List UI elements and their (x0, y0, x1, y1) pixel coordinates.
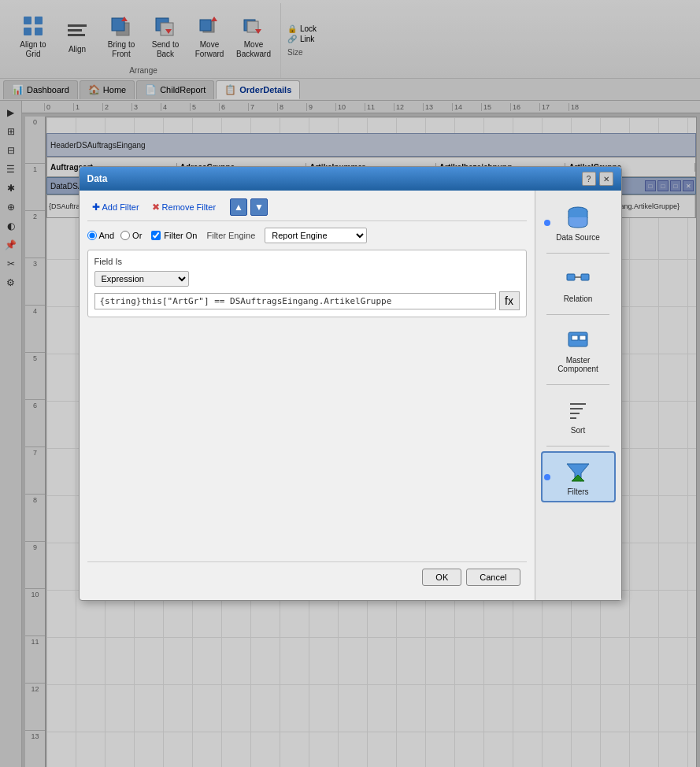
sidebar-div-0 (546, 253, 610, 254)
sidebar-item-filters[interactable]: Filters (541, 451, 616, 502)
dialog-controls: ? ✕ (582, 172, 613, 186)
sort-icon (564, 396, 592, 424)
svg-rect-24 (572, 335, 578, 340)
filter-on-label: Filter On (164, 231, 197, 240)
and-radio-label[interactable]: And (87, 231, 115, 240)
relation-icon (564, 265, 592, 293)
dialog-footer: OK Cancel (87, 561, 527, 592)
master-component-label: Master Component (546, 356, 611, 373)
remove-filter-label: Remove Filter (162, 202, 216, 212)
filter-options-row: And Or Filter On Filter Engine Report En… (87, 228, 527, 243)
dialog-overlay: Data ? ✕ ✚ Add Filter ✖ Remove Filter (0, 0, 700, 767)
svg-rect-25 (580, 335, 586, 340)
data-source-icon (564, 203, 592, 232)
dialog-close-button[interactable]: ✕ (599, 172, 613, 186)
filter-on-checkbox[interactable] (151, 231, 161, 240)
dialog-titlebar: Data ? ✕ (80, 167, 621, 191)
dialog-title: Data (87, 173, 108, 184)
sidebar-div-2 (546, 384, 610, 385)
or-label: Or (132, 231, 142, 240)
svg-rect-20 (567, 274, 575, 280)
filter-engine-select[interactable]: Report Engine Native (265, 228, 367, 243)
dialog-body: ✚ Add Filter ✖ Remove Filter ▲ ▼ (80, 191, 621, 600)
arrow-up-button[interactable]: ▲ (230, 198, 247, 216)
relation-label: Relation (564, 295, 593, 303)
dialog-sidebar: Data Source Relation (535, 191, 621, 600)
or-radio-label[interactable]: Or (120, 231, 142, 240)
sidebar-item-relation[interactable]: Relation (541, 258, 616, 309)
sidebar-item-data-source[interactable]: Data Source (541, 197, 616, 248)
remove-filter-button[interactable]: ✖ Remove Filter (147, 199, 220, 215)
add-filter-button[interactable]: ✚ Add Filter (87, 199, 144, 215)
sidebar-div-3 (546, 446, 610, 446)
remove-filter-icon: ✖ (152, 202, 160, 213)
sidebar-item-sort[interactable]: Sort (541, 390, 616, 441)
arrow-down-button[interactable]: ▼ (250, 198, 268, 216)
svg-marker-31 (572, 475, 584, 481)
and-label: And (99, 231, 115, 240)
cancel-button[interactable]: Cancel (466, 569, 520, 586)
expression-row: fx (94, 291, 520, 310)
expression-input[interactable] (94, 293, 496, 309)
add-filter-icon: ✚ (92, 202, 100, 213)
field-is-label: Field Is (94, 257, 520, 266)
master-component-icon (564, 326, 592, 354)
filter-on-group: Filter On (151, 231, 197, 240)
sidebar-item-master-component[interactable]: Master Component (541, 320, 616, 380)
dialog-filter-toolbar: ✚ Add Filter ✖ Remove Filter ▲ ▼ (87, 198, 527, 221)
sidebar-div-1 (546, 314, 610, 315)
filter-engine-label: Filter Engine (207, 231, 256, 240)
or-radio[interactable] (120, 231, 130, 240)
dialog-help-button[interactable]: ? (582, 172, 596, 186)
data-source-label: Data Source (556, 233, 600, 242)
filters-dot (544, 474, 550, 480)
data-source-dot (544, 220, 550, 226)
add-filter-label: Add Filter (102, 202, 139, 212)
data-dialog: Data ? ✕ ✚ Add Filter ✖ Remove Filter (79, 166, 622, 601)
svg-rect-21 (581, 274, 589, 280)
dialog-main: ✚ Add Filter ✖ Remove Filter ▲ ▼ (80, 191, 535, 600)
and-or-group: And Or (87, 231, 143, 240)
expression-fx-button[interactable]: fx (499, 291, 520, 310)
filters-icon (564, 458, 592, 486)
field-section: Field Is Expression Field Parameter fx (87, 250, 527, 317)
sort-label: Sort (571, 426, 585, 435)
and-radio[interactable] (87, 231, 97, 240)
dialog-spacer (87, 324, 527, 555)
ok-button[interactable]: OK (422, 569, 461, 586)
field-is-dropdown[interactable]: Expression Field Parameter (94, 271, 189, 287)
filters-label: Filters (567, 487, 588, 496)
